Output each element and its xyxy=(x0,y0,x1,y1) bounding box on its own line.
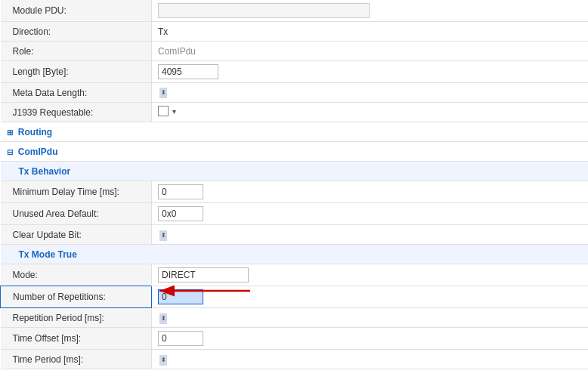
clear-update-row: Clear Update Bit: ⬍ xyxy=(1,225,589,245)
num-repetitions-row: Number of Repetitions: xyxy=(1,286,589,308)
clear-update-stepper[interactable]: ⬍ xyxy=(159,230,167,241)
meta-data-length-value: ⬍ xyxy=(152,83,589,103)
mode-value xyxy=(152,264,589,286)
num-repetitions-input[interactable] xyxy=(158,289,203,304)
num-repetitions-label: Number of Repetitions: xyxy=(1,286,152,308)
rep-period-stepper[interactable]: ⬍ xyxy=(159,313,167,324)
properties-form: Module PDU: Direction: Tx Role: ComIPdu … xyxy=(0,0,588,369)
min-delay-value xyxy=(152,181,589,203)
role-value: ComIPdu xyxy=(152,42,589,61)
module-pdu-row: Module PDU: xyxy=(1,0,589,22)
length-row: Length [Byte]: xyxy=(1,61,589,83)
comipdu-expand-icon[interactable]: ⊟ xyxy=(7,148,13,156)
module-pdu-input[interactable] xyxy=(158,3,370,18)
time-period-stepper[interactable]: ⬍ xyxy=(159,355,167,366)
routing-link[interactable]: Routing xyxy=(18,127,52,137)
rep-period-label: Repetition Period [ms]: xyxy=(1,308,152,328)
min-delay-input[interactable] xyxy=(158,184,203,199)
meta-data-length-row: Meta Data Length: ⬍ xyxy=(1,83,589,103)
tx-behavior-header: Tx Behavior xyxy=(1,162,589,181)
meta-data-length-label: Meta Data Length: xyxy=(1,83,152,103)
time-period-label: Time Period [ms]: xyxy=(1,350,152,369)
j1939-dropdown-arrow[interactable]: ▾ xyxy=(172,107,176,116)
mode-row: Mode: xyxy=(1,264,589,286)
comipdu-section-header[interactable]: ⊟ ComIPdu xyxy=(1,142,589,162)
role-text: ComIPdu xyxy=(158,46,196,57)
routing-section-header[interactable]: ⊞ Routing xyxy=(1,122,589,142)
direction-value: Tx xyxy=(152,22,589,42)
time-offset-label: Time Offset [ms]: xyxy=(1,328,152,350)
j1939-label: J1939 Requestable: xyxy=(1,103,152,122)
j1939-checkbox[interactable] xyxy=(158,106,169,116)
clear-update-value: ⬍ xyxy=(152,225,589,245)
tx-mode-label: Tx Mode True xyxy=(19,249,77,260)
direction-label: Direction: xyxy=(1,22,152,42)
role-row: Role: ComIPdu xyxy=(1,42,589,61)
clear-update-label: Clear Update Bit: xyxy=(1,225,152,245)
unused-area-row: Unused Area Default: xyxy=(1,203,589,225)
unused-area-value xyxy=(152,203,589,225)
min-delay-row: Minimum Delay Time [ms]: xyxy=(1,181,589,203)
tx-behavior-label: Tx Behavior xyxy=(19,166,71,177)
length-input[interactable] xyxy=(158,64,218,79)
time-offset-row: Time Offset [ms]: xyxy=(1,328,589,350)
comipdu-label: ComIPdu xyxy=(18,147,58,157)
unused-area-label: Unused Area Default: xyxy=(1,203,152,225)
j1939-row: J1939 Requestable: ▾ xyxy=(1,103,589,122)
j1939-value: ▾ xyxy=(152,103,589,122)
num-repetitions-value xyxy=(152,286,589,308)
direction-text: Tx xyxy=(158,26,168,37)
length-value xyxy=(152,61,589,83)
direction-row: Direction: Tx xyxy=(1,22,589,42)
tx-mode-true-header: Tx Mode True xyxy=(1,245,589,264)
time-period-row: Time Period [ms]: ⬍ xyxy=(1,350,589,369)
rep-period-value: ⬍ xyxy=(152,308,589,328)
min-delay-label: Minimum Delay Time [ms]: xyxy=(1,181,152,203)
time-offset-input[interactable] xyxy=(158,331,203,346)
unused-area-input[interactable] xyxy=(158,206,203,221)
module-pdu-value xyxy=(152,0,589,22)
role-label: Role: xyxy=(1,42,152,61)
rep-period-row: Repetition Period [ms]: ⬍ xyxy=(1,308,589,328)
meta-data-stepper[interactable]: ⬍ xyxy=(159,88,167,98)
mode-input[interactable] xyxy=(158,267,249,283)
mode-label: Mode: xyxy=(1,264,152,286)
length-label: Length [Byte]: xyxy=(1,61,152,83)
routing-expand-icon[interactable]: ⊞ xyxy=(7,128,13,137)
module-pdu-label: Module PDU: xyxy=(1,0,152,22)
time-offset-value xyxy=(152,328,589,350)
time-period-value: ⬍ xyxy=(152,350,589,369)
